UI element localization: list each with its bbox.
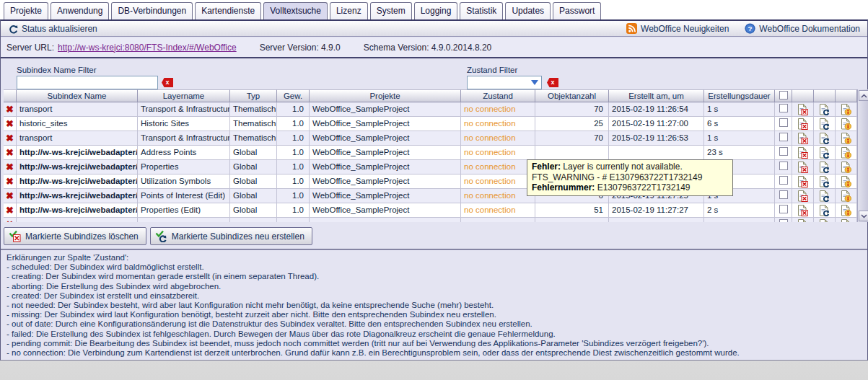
row-checkbox[interactable] (779, 162, 788, 170)
header-objektanzahl[interactable]: Objektanzahl (535, 89, 609, 102)
cell-zustand (461, 218, 535, 222)
delete-subindex-icon[interactable] (797, 147, 808, 159)
recreate-subindex-icon[interactable] (819, 104, 830, 115)
header-subindex-name[interactable]: Subindex Name (17, 89, 138, 102)
recreate-subindex-icon[interactable] (819, 133, 830, 144)
failed-x-icon[interactable]: ✖ (6, 147, 14, 158)
delete-subindex-icon[interactable] (797, 176, 808, 187)
failed-x-icon[interactable]: ✖ (6, 162, 14, 172)
recreate-subindex-icon[interactable] (819, 190, 830, 202)
recreate-subindex-icon[interactable] (819, 205, 830, 216)
tab-lizenz[interactable]: Lizenz (330, 2, 368, 19)
row-checkbox[interactable] (779, 118, 788, 127)
row-checkbox[interactable] (779, 219, 788, 222)
header-zustand[interactable]: Zustand (461, 89, 535, 102)
header-gew[interactable]: Gew. (277, 89, 310, 102)
cell-gew: 1.0 (277, 203, 310, 218)
info-icon[interactable] (841, 176, 851, 187)
tab-logging[interactable]: Logging (414, 2, 458, 19)
delete-subindex-icon[interactable] (797, 133, 808, 144)
row-checkbox[interactable] (779, 205, 788, 213)
cell-zustand: no connection (461, 174, 535, 189)
clear-name-filter-icon[interactable]: x (162, 78, 173, 87)
tab-projekte[interactable]: Projekte (4, 2, 48, 19)
delete-subindex-icon[interactable] (797, 190, 808, 202)
header-select-all (775, 89, 792, 102)
header-projekte[interactable]: Projekte (310, 89, 461, 102)
tab-statistik[interactable]: Statistik (460, 2, 503, 19)
cell-subindex-name: http://w-ws-krejci/webadapter/ (17, 203, 138, 218)
delete-subindex-icon[interactable] (797, 118, 808, 130)
subindex-name-filter-input[interactable] (17, 76, 158, 89)
legend-line: - failed: Die Erstellung des Subindex is… (6, 330, 862, 339)
cell-layername: Points of Interest (Edit) (138, 189, 230, 203)
row-checkbox[interactable] (779, 104, 788, 112)
recreate-subindex-icon[interactable] (819, 176, 830, 187)
rss-icon (626, 23, 637, 34)
recreate-subindex-icon[interactable] (819, 118, 830, 130)
header-erstellt[interactable]: Erstellt am, um (609, 89, 704, 102)
failed-x-icon[interactable]: ✖ (6, 205, 14, 216)
refresh-icon[interactable] (8, 24, 18, 34)
tab-volltextsuche[interactable]: Volltextsuche (263, 2, 328, 19)
cell-subindex-name: http://w-ws-krejci/webadapter/ (17, 160, 138, 174)
header-typ[interactable]: Typ (230, 89, 277, 102)
status-refresh-button[interactable]: Status aktualisieren (22, 24, 97, 34)
scroll-up-icon[interactable] (859, 90, 868, 101)
info-icon[interactable] (841, 219, 851, 222)
subindex-table: Subindex Name Layername Typ Gew. Projekt… (4, 89, 868, 222)
tab-passwort[interactable]: Passwort (553, 2, 601, 19)
recreate-subindex-icon[interactable] (819, 219, 830, 222)
header-spacer-1 (792, 89, 814, 102)
zustand-filter-select[interactable] (467, 76, 542, 89)
delete-subindex-icon[interactable] (797, 205, 808, 216)
info-icon[interactable] (841, 118, 851, 130)
header-erstellungsdauer[interactable]: Erstellungsdauer (704, 89, 775, 102)
table-scrollbar[interactable] (857, 89, 868, 222)
table-row: ✖ http://w-ws-krejci/webadapter/ Address… (4, 146, 857, 160)
tab-updates[interactable]: Updates (505, 2, 551, 19)
cell-objektanzahl (535, 146, 609, 160)
row-checkbox[interactable] (779, 176, 788, 185)
failed-x-icon[interactable]: ✖ (6, 219, 14, 222)
tab-kartendienste[interactable]: Kartendienste (195, 2, 261, 19)
header-spacer-3 (836, 89, 857, 102)
tab-system[interactable]: System (370, 2, 412, 19)
delete-subindex-icon[interactable] (797, 104, 808, 115)
row-checkbox[interactable] (779, 147, 788, 156)
tab-db-verbindungen[interactable]: DB-Verbindungen (111, 2, 193, 19)
recreate-subindex-icon[interactable] (819, 162, 830, 173)
failed-x-icon[interactable]: ✖ (6, 104, 14, 115)
clear-zustand-filter-icon[interactable]: x (547, 78, 558, 87)
failed-x-icon[interactable]: ✖ (6, 176, 14, 187)
info-icon[interactable] (841, 162, 851, 173)
info-icon[interactable] (841, 147, 851, 159)
info-icon[interactable] (841, 190, 851, 202)
delete-marked-button[interactable]: Markierte Subindizes löschen (4, 227, 146, 245)
row-checkbox[interactable] (779, 190, 788, 199)
cell-recreate (814, 174, 836, 189)
delete-subindex-icon[interactable] (797, 162, 808, 173)
info-icon[interactable] (841, 104, 851, 115)
select-all-checkbox[interactable] (779, 91, 788, 100)
weboffice-docs-link[interactable]: ? WebOffice Dokumentation (745, 23, 860, 34)
failed-x-icon[interactable]: ✖ (6, 190, 14, 201)
recreate-subindex-icon[interactable] (819, 147, 830, 159)
info-icon[interactable] (841, 205, 851, 216)
server-url-link[interactable]: http://w-ws-krejci:8080/FTS-Index/#/WebO… (58, 43, 237, 53)
scroll-down-icon[interactable] (859, 211, 868, 221)
header-layername[interactable]: Layername (138, 89, 230, 102)
info-icon[interactable] (841, 133, 851, 144)
zustand-legend: Erklärungen zur Spalte 'Zustand': - sche… (6, 253, 862, 358)
delete-subindex-icon[interactable] (797, 219, 808, 222)
zustand-filter-label: Zustand Filter (467, 66, 517, 74)
recreate-marked-button[interactable]: Markierte Subindizes neu erstellen (150, 227, 312, 245)
cell-gew: 1.0 (277, 146, 310, 160)
weboffice-news-link[interactable]: WebOffice Neuigkeiten (626, 23, 729, 34)
delete-marked-label: Markierte Subindizes löschen (25, 231, 139, 242)
row-checkbox[interactable] (779, 133, 788, 141)
legend-line: - out of date: Durch eine Konfigurations… (6, 319, 862, 329)
tab-anwendung[interactable]: Anwendung (51, 2, 109, 19)
failed-x-icon[interactable]: ✖ (6, 118, 14, 129)
failed-x-icon[interactable]: ✖ (6, 133, 14, 143)
